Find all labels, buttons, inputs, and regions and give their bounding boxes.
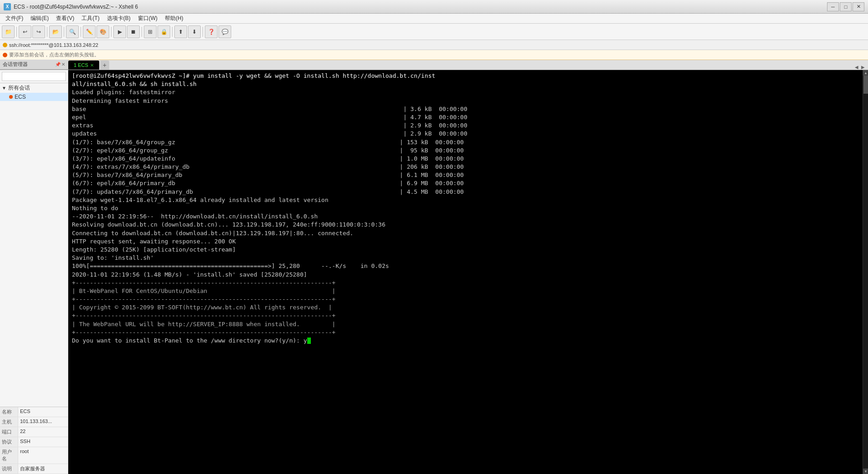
close-button[interactable]: ✕ (853, 2, 864, 11)
menu-view[interactable]: 查看(V) (52, 14, 78, 24)
sidebar-group-all-sessions[interactable]: ▼ 所有会话 (0, 83, 68, 93)
terminal-line: all/install_6.0.sh && sh install.sh (72, 80, 859, 88)
toolbar-sep-8 (203, 27, 203, 37)
tab-bar: 会话管理器 📌 ✕ 1 ECS ✕ + ◀ ▶ (0, 60, 868, 70)
terminal-line: (2/7): epel/x86_64/group_gz | 95 kB 00:0… (72, 146, 859, 155)
terminal-output[interactable]: [root@iZuf64sp42lwv6vwfvkwvsZ ~]# yum in… (68, 70, 863, 474)
menu-tabs[interactable]: 选项卡(B) (103, 14, 134, 24)
terminal-line: Nothing to do (72, 204, 859, 212)
toolbar-btn-2[interactable]: ↩ (19, 25, 31, 38)
toolbar-btn-color[interactable]: 🎨 (96, 25, 109, 38)
terminal-line: epel | 4.7 kB 00:00:00 (72, 113, 859, 121)
terminal-line: HTTP request sent, awaiting response... … (72, 237, 859, 246)
menu-tools[interactable]: 工具(T) (78, 14, 103, 24)
window-title: ECS - root@iZuf64sp42lwv6vwfvkwvsZ:~ - X… (14, 4, 138, 10)
terminal-line: (7/7): updates/7/x86_64/primary_db | 4.5… (72, 188, 859, 196)
sessions-pin-btn[interactable]: 📌 (55, 62, 61, 67)
content-area: ▼ 所有会话 ECS 名称 ECS 主机 101.133.163... (0, 70, 868, 474)
left-panel: ▼ 所有会话 ECS 名称 ECS 主机 101.133.163... (0, 70, 68, 474)
toolbar-sep-6 (142, 27, 142, 37)
toolbar-btn-search[interactable]: 🔍 (66, 25, 79, 38)
terminal-line: Resolving download.bt.cn (download.bt.cn… (72, 221, 859, 229)
session-label: ECS (15, 94, 26, 100)
menu-help[interactable]: 帮助(H) (161, 14, 187, 24)
sidebar-search-input[interactable] (2, 72, 66, 81)
scroll-thumb[interactable] (863, 76, 868, 94)
toolbar-sep-1 (16, 27, 17, 37)
scroll-track[interactable] (863, 76, 868, 469)
terminal-line: updates | 2.9 kB 00:00:00 (72, 130, 859, 138)
app-icon: X (4, 3, 11, 10)
terminal-line: +---------------------------------------… (72, 279, 859, 287)
toolbar-sep-2 (47, 27, 47, 37)
prop-row-name: 名称 ECS (0, 407, 68, 417)
maximize-button[interactable]: □ (840, 2, 852, 11)
terminal-line: | Bt-WebPanel FOR CentOS/Ubuntu/Debian | (72, 287, 859, 295)
toolbar-btn-lock[interactable]: 🔒 (157, 25, 170, 38)
terminal-line: (6/7): epel/x86_64/primary_db | 6.9 MB 0… (72, 179, 859, 187)
hint-icon (3, 53, 7, 57)
prop-label-protocol: 协议 (0, 437, 18, 447)
terminal-scrollbar[interactable]: ▲ ▼ (863, 70, 868, 474)
prop-value-host: 101.133.163... (18, 417, 54, 427)
active-tab[interactable]: 1 ECS ✕ (68, 61, 99, 70)
prop-label-port: 端口 (0, 427, 18, 437)
toolbar-btn-download[interactable]: ⬇ (188, 25, 201, 38)
menu-window[interactable]: 窗口(W) (134, 14, 161, 24)
terminal-line: extras | 2.9 kB 00:00:00 (72, 121, 859, 130)
toolbar: 📁 ↩ ↪ 📂 🔍 ✏️ 🎨 ▶ ⏹ ⊞ 🔒 ⬆ ⬇ ❓ 💬 (0, 24, 868, 40)
terminal-line: +---------------------------------------… (72, 328, 859, 337)
prop-value-protocol: SSH (18, 437, 32, 447)
terminal-line: Length: 25280 (25K) [application/octet-s… (72, 246, 859, 254)
toolbar-new-session[interactable]: 📁 (2, 25, 15, 38)
toolbar-btn-upload[interactable]: ⬆ (174, 25, 187, 38)
terminal-line: | Copyright © 2015-2099 BT-SOFT(http://w… (72, 303, 859, 312)
terminal-line: (5/7): base/7/x86_64/primary_db | 6.1 MB… (72, 171, 859, 179)
terminal-line: Determining fastest mirrors (72, 97, 859, 105)
prop-label-host: 主机 (0, 417, 18, 427)
terminal-line: --2020-11-01 22:19:56-- http://download.… (72, 212, 859, 221)
prop-row-desc: 说明 自家服务器 (0, 464, 68, 474)
terminal-line: +---------------------------------------… (72, 312, 859, 320)
toolbar-btn-stop[interactable]: ⏹ (127, 25, 140, 38)
sidebar-item-ecs[interactable]: ECS (0, 93, 68, 101)
toolbar-btn-chat[interactable]: 💬 (218, 25, 231, 38)
menu-edit[interactable]: 编辑(E) (27, 14, 52, 24)
sessions-close-btn[interactable]: ✕ (61, 62, 65, 67)
toolbar-btn-folder[interactable]: 📂 (49, 25, 62, 38)
toolbar-sep-3 (64, 27, 64, 37)
toolbar-sep-4 (81, 27, 81, 37)
terminal-line: Saving to: 'install.sh' (72, 254, 859, 262)
prop-value-desc: 自家服务器 (18, 464, 47, 474)
sessions-header-btns: 📌 ✕ (55, 62, 65, 67)
new-tab-btn[interactable]: + (100, 61, 109, 70)
terminal-line: base | 3.6 kB 00:00:00 (72, 105, 859, 113)
sessions-label: 会话管理器 (3, 61, 28, 68)
toolbar-btn-grid[interactable]: ⊞ (144, 25, 157, 38)
menu-bar: 文件(F) 编辑(E) 查看(V) 工具(T) 选项卡(B) 窗口(W) 帮助(… (0, 14, 868, 24)
scroll-down-btn[interactable]: ▼ (863, 469, 868, 474)
toolbar-btn-help[interactable]: ❓ (205, 25, 218, 38)
title-bar: X ECS - root@iZuf64sp42lwv6vwfvkwvsZ:~ -… (0, 0, 868, 14)
toolbar-btn-play[interactable]: ▶ (113, 25, 126, 38)
hint-text: 要添加当前会话，点击左侧的前头按钮。 (9, 51, 99, 58)
prop-label-name: 名称 (0, 407, 18, 417)
minimize-button[interactable]: ─ (827, 2, 839, 11)
scroll-up-btn[interactable]: ▲ (863, 70, 868, 76)
tab-close-btn[interactable]: ✕ (90, 63, 94, 68)
toolbar-btn-compose[interactable]: ✏️ (83, 25, 96, 38)
tab-prev-btn[interactable]: ◀ (853, 65, 860, 70)
session-status-dot (9, 95, 13, 99)
terminal-area[interactable]: [root@iZuf64sp42lwv6vwfvkwvsZ ~]# yum in… (68, 70, 868, 474)
terminal-line: 100%[===================================… (72, 262, 859, 270)
prop-row-port: 端口 22 (0, 427, 68, 437)
terminal-line: (4/7): extras/7/x86_64/primary_db | 206 … (72, 163, 859, 171)
prop-row-protocol: 协议 SSH (0, 437, 68, 447)
terminal-line: +---------------------------------------… (72, 295, 859, 303)
toolbar-btn-3[interactable]: ↪ (32, 25, 45, 38)
menu-file[interactable]: 文件(F) (2, 14, 27, 24)
tab-next-btn[interactable]: ▶ (860, 65, 866, 70)
hint-bar: 要添加当前会话，点击左侧的前头按钮。 (0, 50, 868, 60)
connection-status-icon (3, 43, 7, 47)
toolbar-sep-7 (172, 27, 173, 37)
